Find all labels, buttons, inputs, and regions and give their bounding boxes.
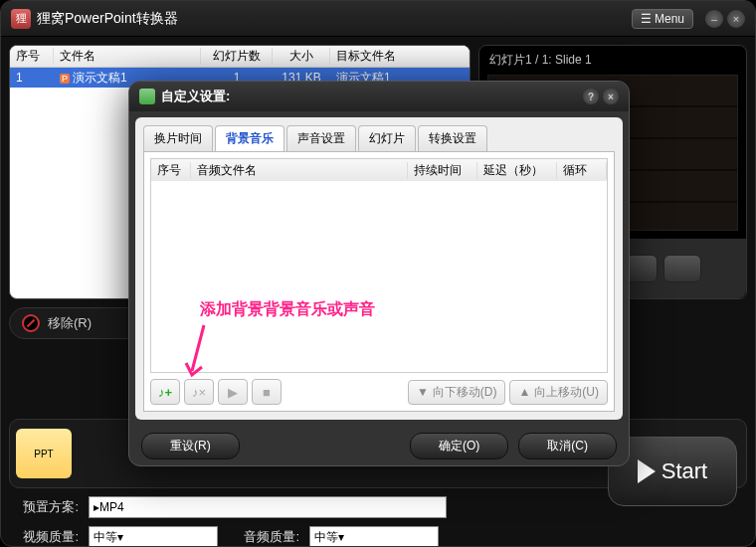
preset-label: 预置方案: (15, 498, 79, 516)
tab-slides[interactable]: 幻灯片 (358, 125, 416, 151)
audio-toolbar: ♪+ ♪× ▶ ■ ▼ 向下移动(D) ▲ 向上移动(U) (150, 379, 608, 405)
acol-duration: 持续时间 (408, 162, 477, 179)
close-button[interactable]: × (727, 10, 745, 28)
audio-quality-label: 音频质量: (228, 528, 299, 546)
video-quality-label: 视频质量: (15, 528, 79, 546)
move-down-button[interactable]: ▼ 向下移动(D) (408, 380, 506, 405)
dialog-titlebar: 自定义设置: ? × (129, 82, 629, 111)
app-title: 狸窝PowerPoint转换器 (37, 10, 178, 28)
menu-button[interactable]: ☰ Menu (632, 9, 693, 29)
dialog-close-button[interactable]: × (603, 89, 619, 104)
cancel-button[interactable]: 取消(C) (518, 433, 617, 459)
move-up-button[interactable]: ▲ 向上移动(U) (509, 380, 608, 405)
acol-name: 音频文件名 (191, 162, 408, 179)
ppt-thumb-icon[interactable]: PPT (16, 429, 72, 478)
col-target: 目标文件名 (330, 48, 470, 65)
remove-icon (22, 314, 40, 332)
app-window: 狸 狸窝PowerPoint转换器 ☰ Menu – × 序号 文件名 幻灯片数… (0, 0, 756, 547)
dialog-tabs: 换片时间 背景音乐 声音设置 幻灯片 转换设置 (143, 125, 615, 151)
preset-select[interactable]: ▸ MP4 (89, 496, 447, 518)
col-name: 文件名 (54, 48, 201, 65)
video-quality-select[interactable]: 中等 ▾ (89, 526, 218, 547)
preview-header: 幻灯片1 / 1: Slide 1 (479, 46, 746, 75)
acol-loop: 循环 (557, 162, 607, 179)
dialog-footer: 重设(R) 确定(O) 取消(C) (129, 426, 629, 465)
acol-delay: 延迟（秒） (477, 162, 557, 179)
ok-button[interactable]: 确定(O) (410, 433, 508, 459)
add-audio-button[interactable]: ♪+ (150, 379, 180, 405)
ppt-icon: P (60, 74, 70, 84)
dialog-icon (139, 89, 155, 104)
audio-quality-select[interactable]: 中等 ▾ (309, 526, 439, 547)
stop-audio-button[interactable]: ■ (252, 379, 282, 405)
acol-seq: 序号 (151, 162, 191, 179)
app-logo-icon: 狸 (11, 9, 31, 29)
custom-settings-dialog: 自定义设置: ? × 换片时间 背景音乐 声音设置 幻灯片 转换设置 序号 音频… (128, 81, 630, 466)
minimize-button[interactable]: – (705, 10, 723, 28)
col-size: 大小 (273, 48, 330, 65)
remove-audio-button[interactable]: ♪× (184, 379, 214, 405)
remove-button[interactable]: 移除(R) (9, 307, 148, 339)
dialog-title: 自定义设置: (161, 88, 230, 105)
reset-button[interactable]: 重设(R) (141, 433, 240, 459)
col-slides: 幻灯片数 (201, 48, 273, 65)
tab-slide-timing[interactable]: 换片时间 (143, 125, 213, 151)
tab-panel: 序号 音频文件名 持续时间 延迟（秒） 循环 ♪+ ♪× ▶ ■ ▼ 向下移动(… (143, 151, 615, 412)
col-seq: 序号 (10, 48, 54, 65)
dialog-help-button[interactable]: ? (583, 89, 599, 104)
titlebar: 狸 狸窝PowerPoint转换器 ☰ Menu – × (1, 1, 755, 37)
audio-table[interactable]: 序号 音频文件名 持续时间 延迟（秒） 循环 (150, 158, 608, 373)
tab-bg-music[interactable]: 背景音乐 (215, 125, 284, 151)
play-audio-button[interactable]: ▶ (218, 379, 248, 405)
tab-sound-settings[interactable]: 声音设置 (286, 125, 356, 151)
tab-convert-settings[interactable]: 转换设置 (418, 125, 487, 151)
stop-button[interactable] (663, 255, 701, 282)
